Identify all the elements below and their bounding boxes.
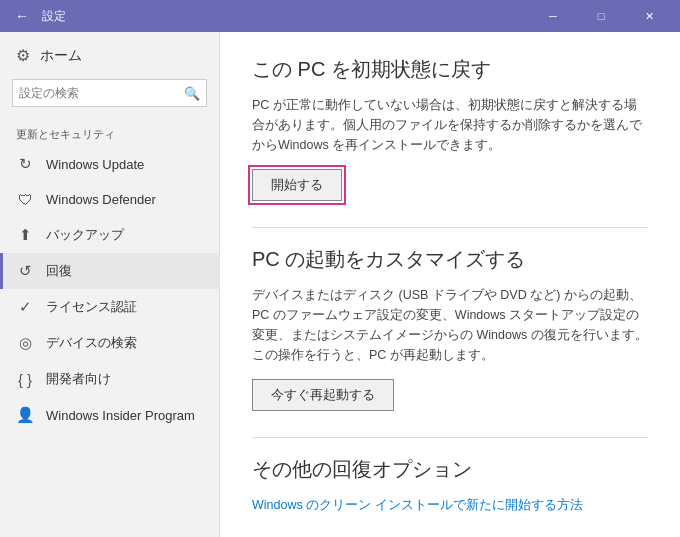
section-reset: この PC を初期状態に戻す PC が正常に動作していない場合は、初期状態に戻す… — [252, 56, 648, 209]
section-reset-title: この PC を初期状態に戻す — [252, 56, 648, 83]
app-container: ⚙ ホーム 🔍 更新とセキュリティ ↻ Windows Update 🛡 Win… — [0, 32, 680, 537]
section-startup-description: デバイスまたはディスク (USB ドライブや DVD など) からの起動、PC … — [252, 285, 648, 365]
maximize-button[interactable]: □ — [578, 0, 624, 32]
back-button[interactable]: ← — [8, 2, 36, 30]
close-button[interactable]: ✕ — [626, 0, 672, 32]
main-content: この PC を初期状態に戻す PC が正常に動作していない場合は、初期状態に戻す… — [220, 32, 680, 537]
sidebar-label-recovery: 回復 — [46, 262, 72, 280]
sidebar: ⚙ ホーム 🔍 更新とセキュリティ ↻ Windows Update 🛡 Win… — [0, 32, 220, 537]
divider-2 — [252, 437, 648, 438]
divider-1 — [252, 227, 648, 228]
start-button[interactable]: 開始する — [252, 169, 342, 201]
sidebar-item-device-search[interactable]: ◎ デバイスの検索 — [0, 325, 219, 361]
sidebar-label-developer: 開発者向け — [46, 370, 111, 388]
sidebar-item-windows-defender[interactable]: 🛡 Windows Defender — [0, 182, 219, 217]
sidebar-item-insider[interactable]: 👤 Windows Insider Program — [0, 397, 219, 433]
minimize-button[interactable]: ─ — [530, 0, 576, 32]
sidebar-label-insider: Windows Insider Program — [46, 408, 195, 423]
sidebar-item-windows-update[interactable]: ↻ Windows Update — [0, 146, 219, 182]
developer-icon: { } — [16, 371, 34, 388]
location-icon: ◎ — [16, 334, 34, 352]
sidebar-label-device-search: デバイスの検索 — [46, 334, 137, 352]
sidebar-label-windows-defender: Windows Defender — [46, 192, 156, 207]
sidebar-item-backup[interactable]: ⬆ バックアップ — [0, 217, 219, 253]
section-other-options: その他の回復オプション Windows のクリーン インストールで新たに開始する… — [252, 456, 648, 514]
sidebar-item-developer[interactable]: { } 開発者向け — [0, 361, 219, 397]
sidebar-label-license: ライセンス認証 — [46, 298, 137, 316]
sidebar-section-label: 更新とセキュリティ — [0, 119, 219, 146]
section-reset-description: PC が正常に動作していない場合は、初期状態に戻すと解決する場合があります。個人… — [252, 95, 648, 155]
search-input[interactable] — [13, 86, 178, 100]
sidebar-item-license[interactable]: ✓ ライセンス認証 — [0, 289, 219, 325]
title-bar: ← 設定 ─ □ ✕ — [0, 0, 680, 32]
check-circle-icon: ✓ — [16, 298, 34, 316]
sidebar-item-home[interactable]: ⚙ ホーム — [0, 32, 219, 79]
search-box[interactable]: 🔍 — [12, 79, 207, 107]
gear-icon: ⚙ — [16, 46, 30, 65]
sidebar-label-backup: バックアップ — [46, 226, 124, 244]
shield-icon: 🛡 — [16, 191, 34, 208]
clean-install-link[interactable]: Windows のクリーン インストールで新たに開始する方法 — [252, 498, 583, 512]
section-startup-title: PC の起動をカスタマイズする — [252, 246, 648, 273]
restart-button[interactable]: 今すぐ再起動する — [252, 379, 394, 411]
search-icon: 🔍 — [178, 86, 206, 101]
home-label: ホーム — [40, 47, 82, 65]
refresh-icon: ↻ — [16, 155, 34, 173]
upload-icon: ⬆ — [16, 226, 34, 244]
section-other-title: その他の回復オプション — [252, 456, 648, 483]
sidebar-item-recovery[interactable]: ↺ 回復 — [0, 253, 219, 289]
sidebar-label-windows-update: Windows Update — [46, 157, 144, 172]
section-startup: PC の起動をカスタマイズする デバイスまたはディスク (USB ドライブや D… — [252, 246, 648, 419]
window-title: 設定 — [42, 8, 530, 25]
person-icon: 👤 — [16, 406, 34, 424]
window-controls: ─ □ ✕ — [530, 0, 672, 32]
recovery-icon: ↺ — [16, 262, 34, 280]
